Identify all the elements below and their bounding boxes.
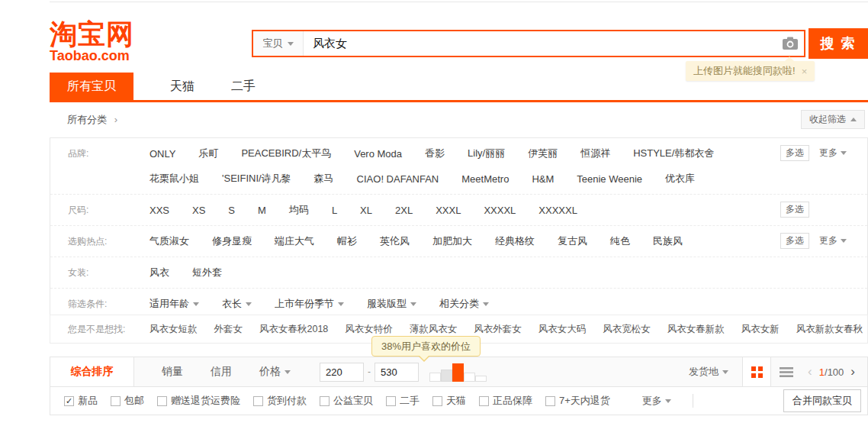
filter-option[interactable]: S xyxy=(228,203,235,217)
suggestion-link[interactable]: 风衣女新 xyxy=(741,323,780,336)
checkbox-icon[interactable] xyxy=(157,396,167,406)
filter-option[interactable]: 均码 xyxy=(289,203,309,217)
tab-tmall[interactable]: 天猫 xyxy=(170,79,194,95)
prev-page-button[interactable]: ‹ xyxy=(808,364,812,379)
price-max-input[interactable] xyxy=(375,363,419,382)
services-more-button[interactable]: 更多 xyxy=(642,394,671,408)
multi-select-button[interactable]: 多选 xyxy=(780,233,809,249)
histogram-bar[interactable] xyxy=(429,373,441,382)
tab-secondhand[interactable]: 二手 xyxy=(231,79,256,95)
filter-dropdown[interactable]: 衣长 xyxy=(222,297,252,311)
suggestion-link[interactable]: 薄款风衣女 xyxy=(410,323,458,336)
filter-option[interactable]: 经典格纹 xyxy=(495,234,535,248)
checkbox-icon[interactable] xyxy=(432,396,442,406)
filter-option[interactable]: XS xyxy=(192,203,205,217)
histogram-bar[interactable] xyxy=(464,373,475,382)
filter-option[interactable]: 端庄大气 xyxy=(275,234,314,248)
service-checkbox-新品[interactable]: ✓新品 xyxy=(64,394,98,408)
suggestion-link[interactable]: 风衣女春新款 xyxy=(667,323,725,336)
filter-option[interactable]: 纯色 xyxy=(610,234,630,248)
filter-option[interactable]: 'SEIFINI/诗凡黎 xyxy=(222,172,291,186)
collapse-filters-button[interactable]: 收起筛选 xyxy=(801,110,865,129)
service-checkbox-公益宝贝[interactable]: 公益宝贝 xyxy=(320,394,373,408)
filter-option[interactable]: XXXL xyxy=(436,203,461,217)
checkbox-icon[interactable] xyxy=(386,396,396,406)
histogram-bar[interactable] xyxy=(441,370,452,382)
filter-option[interactable]: 短外套 xyxy=(192,266,222,279)
taobao-logo[interactable]: 淘宝网 Taobao.com xyxy=(50,20,134,63)
suggestion-link[interactable]: 风衣女春秋2018 xyxy=(259,323,328,336)
suggestion-link[interactable]: 风衣外套女 xyxy=(474,323,522,336)
list-view-button[interactable] xyxy=(771,357,802,386)
search-category-select[interactable]: 宝贝 xyxy=(253,31,304,56)
histogram-bar[interactable] xyxy=(475,376,487,382)
filter-option[interactable]: 英伦风 xyxy=(380,234,410,248)
service-checkbox-二手[interactable]: 二手 xyxy=(386,394,420,408)
filter-option[interactable]: PEACEBIRD/太平鸟 xyxy=(241,147,331,160)
filter-option[interactable]: 气质淑女 xyxy=(149,234,189,248)
filter-option[interactable]: M xyxy=(258,203,266,217)
service-checkbox-货到付款[interactable]: 货到付款 xyxy=(253,394,307,408)
sort-价格[interactable]: 价格 xyxy=(259,365,291,379)
suggestion-link[interactable]: 风衣宽松女 xyxy=(603,323,651,336)
service-checkbox-7+天内退货[interactable]: 7+天内退货 xyxy=(545,394,610,408)
filter-option[interactable]: XXXXXL xyxy=(538,203,577,217)
service-checkbox-赠送退货运费险[interactable]: 赠送退货运费险 xyxy=(157,394,240,408)
filter-option[interactable]: 花栗鼠小姐 xyxy=(149,172,199,186)
filter-dropdown[interactable]: 适用年龄 xyxy=(149,297,199,311)
filter-option[interactable]: ONLY xyxy=(149,147,175,160)
filter-option[interactable]: H&M xyxy=(532,172,554,186)
filter-option[interactable]: XXS xyxy=(149,203,169,217)
tab-all-items[interactable]: 所有宝贝 xyxy=(50,73,133,100)
service-checkbox-包邮[interactable]: 包邮 xyxy=(111,394,144,408)
filter-option[interactable]: L xyxy=(332,203,337,217)
filter-option[interactable]: 加肥加大 xyxy=(432,234,472,248)
filter-option[interactable]: HSTYLE/韩都衣舍 xyxy=(633,147,714,160)
sort-composite[interactable]: 综合排序 xyxy=(50,357,134,386)
grid-view-button[interactable] xyxy=(742,357,771,386)
more-button[interactable]: 更多 xyxy=(819,234,847,247)
ship-from-filter[interactable]: 发货地 xyxy=(689,365,728,379)
filter-dropdown[interactable]: 服装版型 xyxy=(367,297,416,311)
filter-option[interactable]: Lily/丽丽 xyxy=(468,147,505,160)
checkbox-icon[interactable] xyxy=(479,396,489,406)
sort-销量[interactable]: 销量 xyxy=(162,365,183,379)
filter-option[interactable]: Teenie Weenie xyxy=(577,172,642,186)
filter-option[interactable]: 复古风 xyxy=(558,234,587,248)
filter-option[interactable]: 风衣 xyxy=(149,266,169,279)
filter-option[interactable]: 恒源祥 xyxy=(580,147,610,160)
service-checkbox-天猫[interactable]: 天猫 xyxy=(432,394,466,408)
suggestion-link[interactable]: 风衣女短款 xyxy=(149,323,198,336)
filter-option[interactable]: CIAO! DAFANFAN xyxy=(357,172,439,186)
filter-option[interactable]: 乐町 xyxy=(198,147,218,160)
merge-same-items-button[interactable]: 合并同款宝贝 xyxy=(783,389,861,412)
suggestion-link[interactable]: 风衣女大码 xyxy=(538,323,587,336)
multi-select-button[interactable]: 多选 xyxy=(780,202,809,218)
checkbox-icon[interactable] xyxy=(111,396,121,406)
filter-dropdown[interactable]: 上市年份季节 xyxy=(275,297,344,311)
service-checkbox-正品保障[interactable]: 正品保障 xyxy=(479,394,532,408)
checkbox-icon[interactable] xyxy=(253,396,263,406)
search-button[interactable]: 搜 索 xyxy=(809,28,868,59)
breadcrumb[interactable]: 所有分类 › xyxy=(67,113,117,127)
checkbox-icon[interactable] xyxy=(545,396,555,406)
filter-option[interactable]: Vero Moda xyxy=(354,147,402,160)
filter-option[interactable]: MeetMetro xyxy=(461,172,509,186)
more-button[interactable]: 更多 xyxy=(819,147,847,160)
histogram-bar-selected[interactable] xyxy=(452,363,464,382)
image-search-camera-button[interactable] xyxy=(776,31,804,56)
close-icon[interactable]: × xyxy=(802,66,808,77)
filter-option[interactable]: 伊芙丽 xyxy=(528,147,558,160)
filter-option[interactable]: 优衣库 xyxy=(665,172,695,186)
price-histogram[interactable] xyxy=(429,362,487,382)
checkbox-checked-icon[interactable]: ✓ xyxy=(64,396,74,406)
filter-option[interactable]: 民族风 xyxy=(653,234,683,248)
filter-option[interactable]: XL xyxy=(360,203,372,217)
multi-select-button[interactable]: 多选 xyxy=(780,145,809,161)
filter-dropdown[interactable]: 相关分类 xyxy=(439,297,489,311)
search-input[interactable] xyxy=(304,31,776,56)
suggestion-link[interactable]: 外套女 xyxy=(214,323,243,336)
filter-option[interactable]: 香影 xyxy=(425,147,445,160)
filter-option[interactable]: 帽衫 xyxy=(337,234,357,248)
sort-信用[interactable]: 信用 xyxy=(211,365,232,379)
